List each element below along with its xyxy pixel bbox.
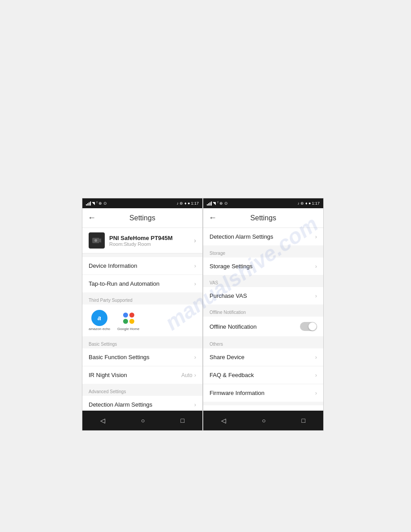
status-left-1: ◥ ᵀ ⊕ ⊙: [86, 201, 107, 206]
status-time-2: 1:17: [312, 201, 320, 206]
menu-item-share-device[interactable]: Share Device ›: [203, 348, 323, 366]
purchase-vas-label: Purchase VAS: [210, 292, 247, 299]
storage-label-2: Storage: [203, 248, 323, 257]
menu-section-basic: Basic Function Settings › IR Night Visio…: [82, 348, 202, 384]
storage-settings-label-2: Storage Settings: [210, 263, 253, 270]
remove-device-btn[interactable]: Remove Device: [203, 405, 323, 411]
screens-wrapper: ◥ ᵀ ⊕ ⊙ ♪ ⊛ ♦ ● 1:17 ← Settings: [82, 198, 324, 431]
nav-bar-1: ◁ ○ □: [82, 411, 202, 430]
menu-section-vas: Purchase VAS ›: [203, 287, 323, 305]
menu-item-ir-night[interactable]: IR Night Vision Auto ›: [82, 366, 202, 384]
phone-screen-2: ◥ ᵀ ⊕ ⊙ ♪ ⊛ ♦ ● 1:17 ← Settings Detectio…: [203, 198, 324, 431]
signal-icon-1: [86, 201, 91, 206]
menu-item-detection-alarm-2[interactable]: Detection Alarm Settings ›: [203, 228, 323, 245]
nav-back-1[interactable]: ◁: [93, 414, 112, 427]
menu-item-faq[interactable]: FAQ & Feedback ›: [203, 366, 323, 384]
nav-recent-1[interactable]: □: [174, 414, 192, 427]
svg-point-2: [94, 239, 97, 242]
google-home-logo[interactable]: Google Home: [117, 310, 139, 331]
menu-item-offline-notification[interactable]: Offline Notification: [203, 317, 323, 336]
status-right-1: ♪ ⊛ ♦ ● 1:17: [176, 201, 199, 206]
status-network-1: ◥ ᵀ ⊕ ⊙: [92, 201, 107, 206]
purchase-vas-chevron: ›: [315, 292, 317, 299]
menu-section-main: Device Information › Tap-to-Run and Auto…: [82, 257, 202, 292]
phone-screen-1: ◥ ᵀ ⊕ ⊙ ♪ ⊛ ♦ ● 1:17 ← Settings: [82, 198, 203, 431]
app-bar-2: ← Settings: [203, 208, 323, 228]
nav-back-2[interactable]: ◁: [214, 414, 233, 427]
screen-content-1: PNI SafeHome PT945M Room:Study Room › De…: [82, 228, 202, 411]
device-room: Room:Study Room: [109, 241, 173, 247]
camera-icon: [91, 235, 102, 246]
offline-toggle[interactable]: [300, 322, 317, 331]
firmware-chevron: ›: [315, 390, 317, 396]
basic-function-label: Basic Function Settings: [89, 354, 150, 360]
third-party-label: Third Party Supported: [82, 295, 202, 305]
status-time-1: 1:17: [191, 201, 199, 206]
screen-content-2: Detection Alarm Settings › Storage Stora…: [203, 228, 323, 411]
status-icons-1: ♪ ⊛ ♦ ●: [176, 201, 190, 206]
status-network-2: ◥ ᵀ ⊕ ⊙: [213, 201, 228, 206]
menu-section-advanced: Detection Alarm Settings ›: [82, 396, 202, 411]
faq-chevron: ›: [315, 372, 317, 378]
status-left-2: ◥ ᵀ ⊕ ⊙: [207, 201, 228, 206]
menu-item-tap-to-run[interactable]: Tap-to-Run and Automation ›: [82, 275, 202, 292]
toggle-knob: [308, 322, 317, 330]
page-container: manualshive.com ◥ ᵀ ⊕ ⊙ ♪ ⊛ ♦ ● 1:17: [0, 0, 411, 532]
menu-section-others: Share Device › FAQ & Feedback › Firmware…: [203, 348, 323, 402]
ir-night-label: IR Night Vision: [89, 372, 127, 378]
menu-item-purchase-vas[interactable]: Purchase VAS ›: [203, 287, 323, 305]
menu-section-storage-2: Storage Settings ›: [203, 257, 323, 275]
device-header[interactable]: PNI SafeHome PT945M Room:Study Room ›: [82, 228, 202, 253]
nav-recent-2[interactable]: □: [295, 414, 313, 427]
device-text: PNI SafeHome PT945M Room:Study Room: [109, 235, 173, 247]
detection-alarm-label-2: Detection Alarm Settings: [210, 233, 273, 240]
share-device-chevron: ›: [315, 354, 317, 360]
device-info-label: Device Information: [89, 262, 137, 269]
tap-to-run-label: Tap-to-Run and Automation: [89, 280, 159, 287]
app-bar-title-2: Settings: [250, 214, 276, 222]
status-right-2: ♪ ⊛ ♦ ● 1:17: [297, 201, 320, 206]
status-bar-1: ◥ ᵀ ⊕ ⊙ ♪ ⊛ ♦ ● 1:17: [82, 198, 202, 208]
menu-item-firmware[interactable]: Firmware Information ›: [203, 384, 323, 402]
menu-item-basic-function[interactable]: Basic Function Settings ›: [82, 348, 202, 366]
advanced-settings-label: Advanced Settings: [82, 386, 202, 396]
ir-night-value: Auto: [181, 372, 193, 378]
nav-home-2[interactable]: ○: [255, 414, 273, 427]
menu-item-detection-alarm-1[interactable]: Detection Alarm Settings ›: [82, 396, 202, 411]
amazon-text: amazon echo: [89, 327, 110, 331]
menu-item-device-info[interactable]: Device Information ›: [82, 257, 202, 275]
device-chevron: ›: [194, 237, 196, 244]
share-device-label: Share Device: [210, 354, 244, 360]
signal-icon-2: [207, 201, 212, 206]
third-party-area: a amazon echo Google Home: [82, 305, 202, 336]
basic-settings-label: Basic Settings: [82, 339, 202, 348]
app-bar-1: ← Settings: [82, 208, 202, 228]
detection-alarm-chevron-1: ›: [194, 401, 196, 408]
back-button-2[interactable]: ←: [209, 213, 217, 223]
detection-alarm-chevron-2: ›: [315, 233, 317, 240]
app-bar-title-1: Settings: [129, 214, 155, 222]
vas-label: VAS: [203, 278, 323, 287]
menu-item-storage-2[interactable]: Storage Settings ›: [203, 257, 323, 275]
storage-chevron-2: ›: [315, 263, 317, 270]
status-icons-2: ♪ ⊛ ♦ ●: [297, 201, 311, 206]
nav-bar-2: ◁ ○ □: [203, 411, 323, 430]
offline-label: Offline Notification: [203, 307, 323, 317]
logo-row: a amazon echo Google Home: [89, 310, 196, 331]
offline-notification-label: Offline Notification: [210, 323, 257, 330]
device-info: PNI SafeHome PT945M Room:Study Room: [89, 232, 173, 249]
faq-label: FAQ & Feedback: [210, 372, 254, 378]
ir-night-chevron: ›: [194, 372, 196, 378]
device-info-chevron: ›: [194, 262, 196, 269]
firmware-label: Firmware Information: [210, 390, 265, 396]
svg-marker-1: [99, 238, 101, 243]
nav-home-1[interactable]: ○: [134, 414, 152, 427]
amazon-echo-logo[interactable]: a amazon echo: [89, 310, 110, 331]
detection-alarm-label-1: Detection Alarm Settings: [89, 401, 152, 408]
back-button-1[interactable]: ←: [88, 213, 96, 223]
google-text: Google Home: [117, 327, 139, 331]
menu-section-detection: Detection Alarm Settings ›: [203, 228, 323, 245]
status-bar-2: ◥ ᵀ ⊕ ⊙ ♪ ⊛ ♦ ● 1:17: [203, 198, 323, 208]
google-icon: [120, 310, 137, 326]
amazon-icon: a: [91, 310, 107, 326]
